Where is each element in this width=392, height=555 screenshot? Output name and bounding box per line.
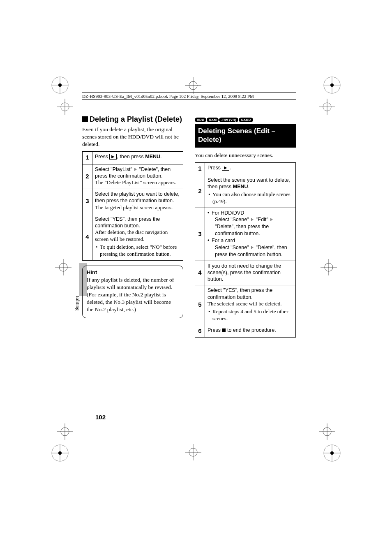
step-subtext: After deletion, the disc navigation scre… xyxy=(95,229,180,243)
play-icon: ▶ xyxy=(222,165,229,171)
step-text: to end the procedure. xyxy=(226,327,276,333)
reg-disc-icon xyxy=(323,444,341,462)
step-hdd-line: Select "Scene" "Edit" "Delete", then pre… xyxy=(208,216,293,237)
step-number: 3 xyxy=(195,208,205,261)
badge-rwvr: -RW (VR) xyxy=(219,118,238,122)
right-heading: Deleting Scenes (Edit – Delete) xyxy=(195,124,296,148)
menu-label: MENU xyxy=(145,154,160,160)
step-hdd-head: For HDD/DVD xyxy=(208,210,293,217)
reg-cross-icon xyxy=(57,99,73,115)
step-number: 4 xyxy=(195,261,205,285)
step-text: Select "PlayList" xyxy=(95,166,132,172)
step-number: 5 xyxy=(195,285,205,325)
reg-cross-icon xyxy=(319,99,335,115)
reg-disc-icon xyxy=(51,76,69,94)
step-text: Press xyxy=(208,327,222,333)
right-column: HDDRAM-RW (VR)CARD Deleting Scenes (Edit… xyxy=(195,115,296,342)
step-number: 1 xyxy=(195,162,205,175)
triangle-right-icon xyxy=(251,218,254,221)
step-subtext: The selected scene will be deleted. xyxy=(208,301,293,308)
reg-cross-icon xyxy=(321,259,337,275)
menu-label: MENU xyxy=(233,184,248,190)
step-cell: Select the playlist you want to delete, … xyxy=(92,189,183,214)
left-heading: Deleting a Playlist (Delete) xyxy=(82,115,183,124)
reg-cross-icon xyxy=(185,444,201,460)
square-bullet-icon xyxy=(82,116,88,122)
left-heading-text: Deleting a Playlist (Delete) xyxy=(90,115,182,123)
step-text: Press xyxy=(95,154,109,160)
step-cell: For HDD/DVD Select "Scene" "Edit" "Delet… xyxy=(205,208,296,261)
step-card-head: For a card xyxy=(208,237,293,244)
right-steps-table: 1 Press ▶. 2 Select the scene you want t… xyxy=(195,162,296,338)
step-cell: Select "PlayList" "Delete", then press t… xyxy=(92,164,183,189)
step-bullet: Repeat steps 4 and 5 to delete other sce… xyxy=(208,308,293,322)
step-cell: Press to end the procedure. xyxy=(205,325,296,338)
step-card-line: Select "Scene" "Delete", then press the … xyxy=(208,244,293,258)
step-number: 2 xyxy=(83,164,92,189)
hint-box: Hint If any playlist is deleted, the num… xyxy=(82,266,183,318)
right-intro: You can delete unnecessary scenes. xyxy=(195,152,296,159)
reg-cross-icon xyxy=(55,259,71,275)
triangle-right-icon xyxy=(134,168,137,171)
badge-hdd: HDD xyxy=(195,118,206,122)
reg-cross-icon xyxy=(57,423,73,440)
side-tab-label: Editing xyxy=(74,296,81,310)
step-cell: Press ▶, then press MENU. xyxy=(92,152,183,164)
step-bullet: You can also choose multiple scenes (p.4… xyxy=(208,191,293,205)
step-subtext: The "Delete PlayList" screen appears. xyxy=(95,179,180,186)
step-cell: Press ▶. xyxy=(205,162,296,175)
step-text: , then press xyxy=(117,154,145,160)
reg-disc-icon xyxy=(51,444,69,462)
hint-title: Hint xyxy=(87,269,179,275)
step-number: 1 xyxy=(83,152,92,164)
step-text: If you do not need to change the scene(s… xyxy=(208,263,281,282)
step-text: . xyxy=(229,165,231,171)
triangle-right-icon xyxy=(270,218,273,221)
media-badges: HDDRAM-RW (VR)CARD xyxy=(195,115,296,123)
step-subtext: The targeted playlist screen appears. xyxy=(95,204,180,211)
step-number: 6 xyxy=(195,325,205,338)
step-text: Select the playlist you want to delete, … xyxy=(95,191,180,204)
hint-body: If any playlist is deleted, the number o… xyxy=(87,276,179,314)
step-number: 2 xyxy=(195,175,205,208)
step-cell: Select "YES", then press the confirmatio… xyxy=(92,214,183,260)
step-bullet: To quit deletion, select "NO" before pre… xyxy=(95,244,180,258)
reg-disc-icon xyxy=(323,76,341,94)
left-intro: Even if you delete a playlist, the origi… xyxy=(82,126,183,148)
step-cell: Select the scene you want to delete, the… xyxy=(205,175,296,208)
left-steps-table: 1 Press ▶, then press MENU. 2 Select "Pl… xyxy=(82,151,183,260)
triangle-right-icon xyxy=(251,246,254,249)
page-number: 102 xyxy=(95,414,106,421)
left-column: Deleting a Playlist (Delete) Even if you… xyxy=(82,115,183,342)
step-number: 4 xyxy=(83,214,92,260)
badge-card: CARD xyxy=(239,118,253,122)
badge-ram: RAM xyxy=(207,118,219,122)
step-text: Select "YES", then press the confirmatio… xyxy=(95,216,160,229)
step-cell: Select "YES", then press the confirmatio… xyxy=(205,285,296,325)
step-text: . xyxy=(160,154,161,160)
step-number: 3 xyxy=(83,189,92,214)
step-text: Select "YES", then press the confirmatio… xyxy=(208,287,272,300)
step-text: . xyxy=(248,184,249,190)
reg-cross-icon xyxy=(319,423,335,440)
play-icon: ▶ xyxy=(109,154,117,160)
reg-cross-icon xyxy=(185,77,201,94)
step-text: Press xyxy=(208,165,222,171)
step-cell: If you do not need to change the scene(s… xyxy=(205,261,296,285)
running-head: DZ-HS903-803-US-Ea_IM_v01d05n02.p.book P… xyxy=(82,92,296,100)
